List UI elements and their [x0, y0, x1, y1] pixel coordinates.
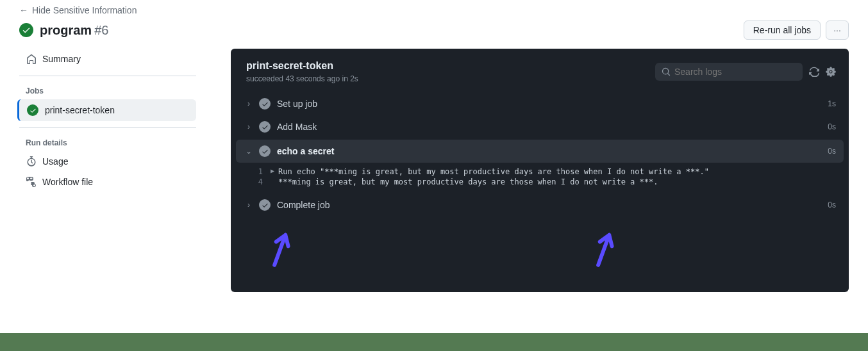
stopwatch-icon [26, 156, 37, 167]
step-echo-a-secret[interactable]: ⌄ echo a secret 0s [236, 140, 844, 163]
divider [19, 127, 196, 128]
step-complete-job[interactable]: › Complete job 0s [231, 193, 849, 216]
kebab-icon: ··· [833, 25, 841, 35]
log-line[interactable]: 4 ▶ ***ming is great, but my most produc… [244, 177, 849, 187]
refresh-button[interactable] [809, 67, 819, 77]
sync-icon [809, 67, 819, 77]
home-icon [26, 54, 37, 64]
step-duration: 0s [828, 122, 836, 131]
sidebar-summary-label: Summary [42, 54, 81, 64]
log-line-number: 4 [244, 177, 263, 186]
log-line[interactable]: 1 ▶ Run echo "***ming is great, but my m… [244, 167, 849, 177]
step-add-mask[interactable]: › Add Mask 0s [231, 115, 849, 138]
divider [19, 76, 196, 76]
chevron-down-icon: ⌄ [244, 147, 254, 156]
rerun-all-jobs-button[interactable]: Re-run all jobs [744, 20, 821, 40]
job-panel-header: print-secret-token succeeded 43 seconds … [231, 49, 849, 92]
run-details-heading: Run details [19, 135, 196, 151]
status-success-icon [19, 23, 33, 37]
step-success-icon [259, 121, 271, 133]
step-name: echo a secret [277, 146, 828, 156]
step-duration: 1s [828, 99, 836, 108]
back-link[interactable]: ← Hide Sensitive Information [0, 0, 868, 15]
search-logs-input[interactable] [674, 67, 796, 77]
sidebar-workflow-file[interactable]: Workflow file [19, 172, 196, 192]
sidebar-job-print-secret-token[interactable]: print-secret-token [17, 99, 196, 121]
log-line-number: 1 [244, 167, 263, 176]
back-link-label: Hide Sensitive Information [32, 5, 137, 15]
step-set-up-job[interactable]: › Set up job 1s [231, 92, 849, 115]
step-duration: 0s [828, 147, 836, 156]
step-name: Add Mask [277, 122, 828, 132]
step-name: Complete job [277, 200, 828, 210]
chevron-right-icon: › [244, 122, 254, 131]
workflow-title: program #6 [19, 23, 108, 38]
kebab-menu-button[interactable]: ··· [826, 20, 849, 40]
job-success-icon [27, 104, 38, 116]
job-panel: print-secret-token succeeded 43 seconds … [231, 49, 849, 292]
log-text: ***ming is great, but my most productive… [278, 177, 658, 186]
header-actions: Re-run all jobs ··· [744, 20, 849, 40]
log-text: Run echo "***ming is great, but my most … [278, 167, 709, 176]
chevron-right-icon: › [244, 200, 254, 209]
chevron-right-icon: › [244, 99, 254, 108]
search-logs[interactable] [655, 63, 803, 81]
step-success-icon [259, 199, 271, 211]
step-name: Set up job [277, 99, 828, 109]
caret-right-icon: ▶ [271, 167, 274, 174]
gear-icon [826, 67, 836, 77]
sidebar-usage-label: Usage [42, 156, 68, 167]
step-success-icon [259, 98, 271, 110]
step-duration: 0s [828, 200, 836, 209]
workflow-icon [26, 177, 37, 187]
sidebar-summary[interactable]: Summary [19, 49, 196, 69]
search-icon [662, 67, 671, 76]
sidebar-usage[interactable]: Usage [19, 151, 196, 172]
job-title: print-secret-token [246, 60, 358, 72]
step-success-icon [259, 145, 271, 157]
sidebar-workflow-label: Workflow file [42, 177, 93, 187]
workflow-run-number: #6 [94, 23, 108, 38]
settings-button[interactable] [826, 67, 836, 77]
footer-bar [0, 333, 868, 351]
sidebar-job-label: print-secret-token [45, 105, 115, 115]
arrow-left-icon: ← [19, 5, 28, 15]
log-output: 1 ▶ Run echo "***ming is great, but my m… [231, 164, 849, 193]
jobs-heading: Jobs [19, 83, 196, 99]
job-status-line: succeeded 43 seconds ago in 2s [246, 74, 358, 83]
sidebar: Summary Jobs print-secret-token Run deta… [19, 49, 212, 292]
workflow-name: program [40, 23, 92, 38]
page-header: program #6 Re-run all jobs ··· [0, 15, 868, 49]
